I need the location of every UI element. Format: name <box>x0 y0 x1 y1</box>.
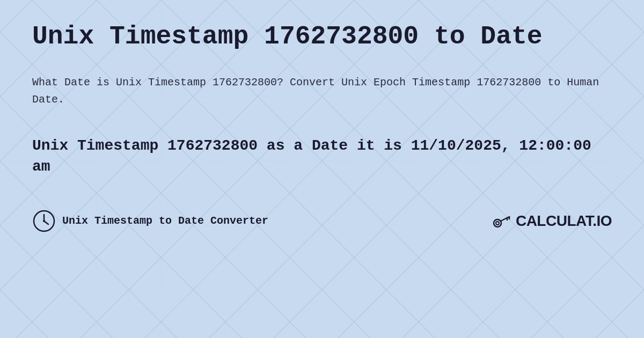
footer-link-text[interactable]: Unix Timestamp to Date Converter <box>62 215 268 227</box>
footer-left: Unix Timestamp to Date Converter <box>32 209 268 233</box>
svg-point-15 <box>494 219 501 227</box>
svg-point-16 <box>496 222 499 225</box>
page-description: What Date is Unix Timestamp 1762732800? … <box>32 74 612 108</box>
logo-area: CALCULAT.IO <box>492 211 612 231</box>
footer: Unix Timestamp to Date Converter CALCULA… <box>32 209 612 233</box>
result-text: Unix Timestamp 1762732800 as a Date it i… <box>32 135 612 177</box>
calculat-icon <box>492 211 511 231</box>
page-title: Unix Timestamp 1762732800 to Date <box>32 21 612 53</box>
svg-line-17 <box>501 217 509 221</box>
logo-text: CALCULAT.IO <box>516 212 612 230</box>
clock-icon <box>32 209 56 233</box>
svg-point-14 <box>43 220 45 222</box>
